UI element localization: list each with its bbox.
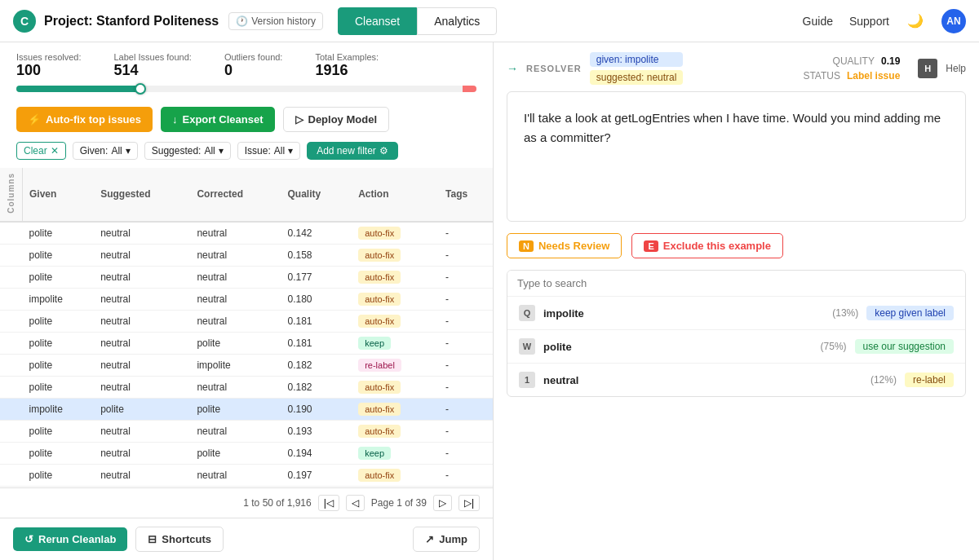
cell-corrected: neutral <box>190 244 281 266</box>
deploy-button[interactable]: ▷ Deploy Model <box>283 107 390 132</box>
download-icon: ↓ <box>172 113 178 126</box>
col-quality[interactable]: Quality <box>281 168 352 222</box>
label-option[interactable]: W polite (75%) use our suggestion <box>507 329 965 363</box>
jump-button[interactable]: ↗ Jump <box>413 527 480 552</box>
cell-suggested: neutral <box>94 464 190 486</box>
given-filter-dropdown[interactable]: Given: All ▾ <box>73 142 138 160</box>
pagination: 1 to 50 of 1,916 |◁ ◁ Page 1 of 39 ▷ ▷| <box>0 487 493 518</box>
cell-action: keep <box>352 332 439 354</box>
resolver-label: RESOLVER <box>526 64 582 73</box>
label-pct: (75%) <box>821 341 847 352</box>
table-row[interactable]: polite neutral polite 0.181 keep - <box>0 332 493 354</box>
action-badge: auto-fix <box>358 425 401 438</box>
cell-action: keep <box>352 442 439 464</box>
table-row[interactable]: polite neutral neutral 0.200 auto-fix - <box>0 486 493 487</box>
needs-review-button[interactable]: N Needs Review <box>507 233 622 258</box>
issue-filter-dropdown[interactable]: Issue: All ▾ <box>237 142 300 160</box>
table-row[interactable]: impolite neutral neutral 0.180 auto-fix … <box>0 288 493 310</box>
stat-issues-resolved: Issues resolved: 100 <box>16 52 81 79</box>
cell-tags: - <box>439 376 493 398</box>
col-corrected[interactable]: Corrected <box>190 168 281 222</box>
cell-corrected: neutral <box>190 420 281 442</box>
clear-filter-button[interactable]: Clear ✕ <box>16 142 66 160</box>
prev-page-button[interactable]: ◁ <box>346 495 365 511</box>
cell-quality: 0.200 <box>281 486 352 487</box>
last-page-button[interactable]: ▷| <box>458 495 480 511</box>
cell-suggested: polite <box>94 398 190 420</box>
label-name: polite <box>543 341 813 353</box>
autofix-button[interactable]: ⚡ Auto-fix top issues <box>16 107 153 132</box>
shortcuts-button[interactable]: ⊟ Shortcuts <box>135 527 224 552</box>
action-buttons: ⚡ Auto-fix top issues ↓ Export Cleanset … <box>0 100 493 142</box>
col-tags[interactable]: Tags <box>439 168 493 222</box>
cell-quality: 0.142 <box>281 222 352 245</box>
row-handle-cell <box>0 376 23 398</box>
cell-given: polite <box>23 310 95 332</box>
cell-quality: 0.197 <box>281 464 352 486</box>
cell-suggested: neutral <box>94 376 190 398</box>
col-suggested[interactable]: Suggested <box>94 168 190 222</box>
action-badge: re-label <box>358 359 401 372</box>
cell-suggested: neutral <box>94 266 190 288</box>
col-given[interactable]: Given <box>23 168 95 222</box>
label-pct: (13%) <box>832 307 858 319</box>
version-history-button[interactable]: 🕐 Version history <box>228 12 323 30</box>
stat-total-examples: Total Examples: 1916 <box>315 52 379 79</box>
first-page-button[interactable]: |◁ <box>318 495 339 511</box>
table-row[interactable]: impolite polite polite 0.190 auto-fix - <box>0 398 493 420</box>
tab-cleanset[interactable]: Cleanset <box>338 7 417 35</box>
guide-link[interactable]: Guide <box>803 15 833 28</box>
cell-quality: 0.193 <box>281 420 352 442</box>
right-panel: → RESOLVER given: impolite suggested: ne… <box>494 42 979 560</box>
export-button[interactable]: ↓ Export Cleanset <box>161 107 274 132</box>
cell-given: polite <box>23 354 95 376</box>
progress-container <box>0 86 493 100</box>
cell-tags: - <box>439 244 493 266</box>
progress-track[interactable] <box>16 86 476 92</box>
exclude-kbd: E <box>644 240 658 252</box>
tab-analytics[interactable]: Analytics <box>417 7 497 35</box>
table-row[interactable]: polite neutral neutral 0.158 auto-fix - <box>0 244 493 266</box>
table-row[interactable]: polite neutral neutral 0.181 auto-fix - <box>0 310 493 332</box>
needs-review-kbd: N <box>519 240 534 252</box>
pagination-range: 1 to 50 of 1,916 <box>243 497 311 509</box>
data-table-container[interactable]: Columns Given Suggested Corrected Qualit… <box>0 168 493 487</box>
col-action[interactable]: Action <box>352 168 439 222</box>
table-row[interactable]: polite neutral neutral 0.197 auto-fix - <box>0 464 493 486</box>
row-handle-cell <box>0 310 23 332</box>
label-option[interactable]: Q impolite (13%) keep given label <box>507 296 965 329</box>
label-option[interactable]: 1 neutral (12%) re-label <box>507 363 965 396</box>
next-page-button[interactable]: ▷ <box>433 495 452 511</box>
support-link[interactable]: Support <box>849 15 889 28</box>
columns-handle[interactable]: Columns <box>0 168 23 222</box>
clock-icon: 🕐 <box>236 15 248 27</box>
table-row[interactable]: polite neutral neutral 0.193 auto-fix - <box>0 420 493 442</box>
action-badge: keep <box>358 447 391 460</box>
table-row[interactable]: polite neutral polite 0.194 keep - <box>0 442 493 464</box>
action-badge: auto-fix <box>358 315 401 328</box>
table-row[interactable]: polite neutral neutral 0.182 auto-fix - <box>0 376 493 398</box>
rerun-button[interactable]: ↺ Rerun Cleanlab <box>13 527 127 551</box>
cell-suggested: neutral <box>94 486 190 487</box>
label-action-badge: keep given label <box>866 306 954 320</box>
row-handle-cell <box>0 332 23 354</box>
action-badge: auto-fix <box>358 403 401 416</box>
progress-thumb[interactable] <box>135 83 146 95</box>
table-row[interactable]: polite neutral neutral 0.177 auto-fix - <box>0 266 493 288</box>
progress-fill-red <box>463 86 476 92</box>
add-filter-button[interactable]: Add new filter ⚙ <box>307 142 398 160</box>
label-search-input[interactable] <box>507 271 965 296</box>
dark-mode-toggle[interactable]: 🌙 <box>906 11 925 31</box>
cell-given: polite <box>23 266 95 288</box>
suggested-filter-dropdown[interactable]: Suggested: All ▾ <box>144 142 231 160</box>
exclude-button[interactable]: E Exclude this example <box>631 233 783 258</box>
cell-tags: - <box>439 486 493 487</box>
cell-corrected: polite <box>190 398 281 420</box>
table-row[interactable]: polite neutral impolite 0.182 re-label - <box>0 354 493 376</box>
help-button[interactable]: H <box>918 59 937 78</box>
label-kbd: W <box>519 338 535 355</box>
avatar: AN <box>941 9 966 33</box>
cell-quality: 0.177 <box>281 266 352 288</box>
table-row[interactable]: polite neutral neutral 0.142 auto-fix - <box>0 222 493 245</box>
action-badge: auto-fix <box>358 249 401 262</box>
